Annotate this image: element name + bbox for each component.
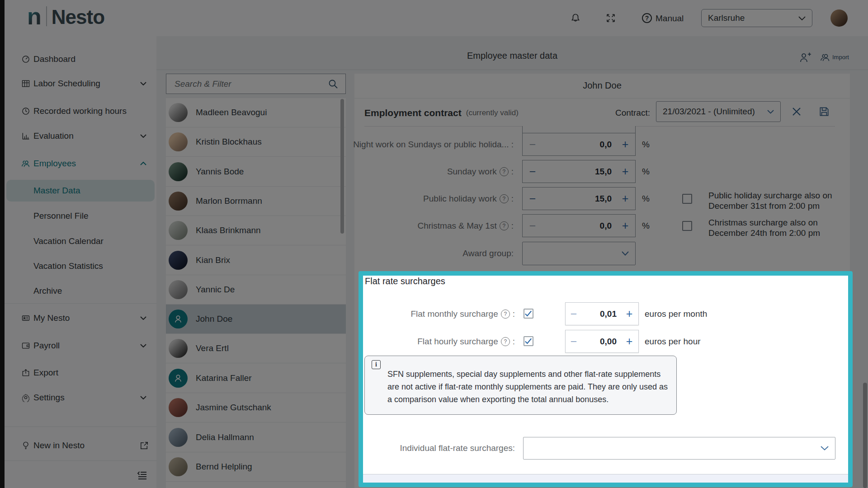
increment-button[interactable]: + — [620, 335, 638, 348]
flat-hourly-value[interactable]: 0,00 — [582, 337, 620, 347]
info-text-line2: are not active if flat-rate monthly supp… — [387, 382, 668, 392]
flat-monthly-value[interactable]: 0,01 — [582, 309, 620, 319]
flat-monthly-label: Flat monthly surcharge?: — [289, 302, 515, 325]
help-circle-icon[interactable]: ? — [501, 337, 510, 346]
help-circle-icon[interactable]: ? — [501, 310, 510, 319]
flat-monthly-checkbox-checked[interactable] — [524, 309, 533, 319]
horizontal-scrollbar-track[interactable] — [363, 474, 848, 483]
individual-surcharges-label: Individual flat-rate surcharges: — [289, 437, 515, 460]
decrement-button[interactable]: − — [566, 335, 582, 348]
flat-monthly-unit: euros per month — [645, 309, 707, 319]
chevron-down-icon — [821, 446, 835, 450]
flat-hourly-unit: euros per hour — [645, 337, 701, 347]
decrement-button[interactable]: − — [566, 307, 582, 320]
flat-hourly-checkbox-checked[interactable] — [524, 336, 533, 346]
info-text-line1: SFN supplements, special day supplements… — [387, 370, 660, 379]
info-icon: i — [372, 360, 381, 369]
app-root: n Nesto ? Manual Karlsruhe Dashboard — [0, 0, 868, 488]
flat-rate-title: Flat rate surcharges — [365, 276, 445, 286]
flat-hourly-label: Flat hourly surcharge?: — [289, 330, 515, 353]
flat-monthly-stepper: − 0,01 + — [565, 302, 639, 325]
info-text-line3: a comparison value when exporting the to… — [387, 395, 609, 404]
individual-surcharges-select[interactable] — [523, 437, 835, 460]
flat-hourly-stepper: − 0,00 + — [565, 330, 639, 353]
increment-button[interactable]: + — [620, 307, 638, 320]
